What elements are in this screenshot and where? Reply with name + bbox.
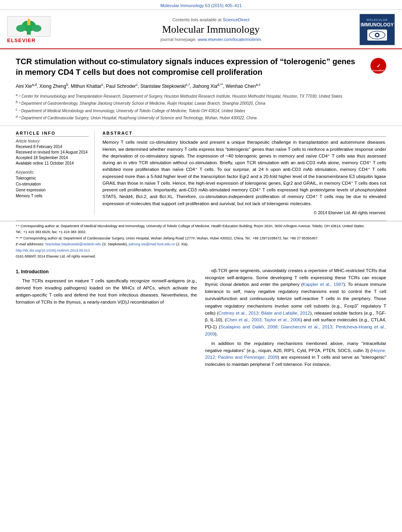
crossmark-icon: ✓ CrossMark <box>370 58 386 74</box>
sciencedirect-link[interactable]: ScienceDirect <box>223 17 249 22</box>
page-wrapper: Molecular Immunology 63 (2015) 405–411 E… <box>0 0 402 371</box>
article-info: ARTICLE INFO Article history: Received 8… <box>16 131 95 215</box>
copyright-line: © 2014 Elsevier Ltd. All rights reserved… <box>102 210 386 215</box>
intro-paragraph-left: The TCRs expressed on mature T cells spe… <box>16 278 197 306</box>
keywords-block: Keywords: Tolerogenic Co-stimulation Gen… <box>16 170 89 199</box>
authors-line: Aini Xiea,d, Xiong Zhengb, Mithun Khatta… <box>16 82 357 90</box>
affiliation-b: b ᵇ Department of Gastroenterology, Shan… <box>16 100 357 106</box>
ref-scalapino[interactable]: Scalapino and Daikh, 2008; Gianchecchi e… <box>205 324 386 336</box>
affiliation-d: d ᵈ Department of Cardiovascular Surgery… <box>16 115 357 121</box>
article-title: TCR stimulation without co-stimulatory s… <box>16 56 357 78</box>
keywords-label: Keywords: <box>16 170 89 174</box>
svg-text:✓: ✓ <box>376 63 381 69</box>
received-revised-date: Received in revised form 14 August 2014 <box>16 150 89 155</box>
intro-heading: 1. Introduction <box>16 268 197 276</box>
footnote-email: E-mail addresses: Stanislaw.Stepkowski@u… <box>16 242 386 247</box>
footnote-doi: http://dx.doi.org/10.1016/j.molimm.2014.… <box>16 248 386 254</box>
svg-text:CrossMark: CrossMark <box>372 69 385 72</box>
article-info-heading: ARTICLE INFO <box>16 131 89 137</box>
footnote-tel1: Tel.: +1 419 383 6626; fax: +1 419 383 3… <box>16 230 386 235</box>
intro-paragraph-right-1: αβ-TCR gene segments, unavoidably create… <box>205 267 386 338</box>
received-date: Received 8 February 2014 <box>16 144 89 150</box>
abstract-text: Memory T cells resist co-stimulatory blo… <box>102 139 386 207</box>
article-history: Article history: Received 8 February 201… <box>16 139 89 166</box>
elsevier-tree-svg <box>9 17 48 35</box>
body-col-right: αβ-TCR gene segments, unavoidably create… <box>205 267 386 371</box>
homepage-url[interactable]: www.elsevier.com/locate/molimm <box>197 37 261 42</box>
abstract-heading: ABSTRACT <box>102 131 386 137</box>
header-band: ELSEVIER Contents lists available at Sci… <box>0 10 402 49</box>
accepted-date: Accepted 18 September 2014 <box>16 155 89 161</box>
available-date: Available online 11 October 2014 <box>16 161 89 166</box>
top-bar: Molecular Immunology 63 (2015) 405–411 <box>0 0 402 10</box>
homepage-line: journal homepage: www.elsevier.com/locat… <box>66 37 355 42</box>
ref-chen[interactable]: Chen et al., 2003; Taylor et al., 2006 <box>226 317 300 322</box>
footnote-star2: ** ** Corresponding author at; Departmen… <box>16 236 386 241</box>
doi-link[interactable]: http://dx.doi.org/10.1016/j.molimm.2014.… <box>16 248 90 252</box>
affiliations: a ᵃ Center for Immunobiology and Transpl… <box>16 93 357 121</box>
two-col-section: ARTICLE INFO Article history: Received 8… <box>0 126 402 215</box>
ref-cretney[interactable]: Cretney et al., 2013; Bilate and Lafaill… <box>218 311 310 315</box>
abstract-col: ABSTRACT Memory T cells resist co-stimul… <box>102 131 386 215</box>
article-header: TCR stimulation without co-stimulatory s… <box>0 49 402 126</box>
footnote-issn: 0161-5890/© 2014 Elsevier Ltd. All right… <box>16 254 386 260</box>
footnote-star1: * * Corresponding author at; Department … <box>16 224 386 229</box>
elsevier-logo-art <box>7 16 50 37</box>
affiliation-c: c ᶜ Department of Medical Microbiology a… <box>16 108 357 114</box>
journal-reference: Molecular Immunology 63 (2015) 405–411 <box>160 3 242 8</box>
keyword-1: Tolerogenic <box>16 175 89 181</box>
header-center: Contents lists available at ScienceDirec… <box>62 17 359 42</box>
footnotes: * * Corresponding author at; Department … <box>0 221 402 262</box>
svg-point-2 <box>16 25 26 32</box>
logo-main-text: IMMUNOLOGY <box>361 22 394 28</box>
email2-link[interactable]: jiahong.xia@mail.hust.edu.cn <box>129 242 175 246</box>
svg-marker-6 <box>28 18 30 20</box>
article-title-block: TCR stimulation without co-stimulatory s… <box>16 56 365 122</box>
crossmark-box: ✓ CrossMark <box>365 56 386 74</box>
svg-point-3 <box>32 25 41 32</box>
email1-link[interactable]: Stanislaw.Stepkowski@utoledo.edu <box>45 242 101 246</box>
keyword-2: Co-stimulation <box>16 181 89 187</box>
elsevier-label: ELSEVIER <box>7 37 35 43</box>
ref-hoyne[interactable]: Hoyne, 2012; Paolino and Penninger, 2009 <box>205 348 386 360</box>
contents-line: Contents lists available at ScienceDirec… <box>66 17 355 22</box>
journal-title: Molecular Immunology <box>66 24 355 35</box>
body-columns: 1. Introduction The TCRs expressed on ma… <box>0 262 402 371</box>
keyword-4: Memory T cells <box>16 193 89 199</box>
elsevier-logo: ELSEVIER <box>7 16 62 43</box>
journal-logo-emblem <box>368 30 386 40</box>
logo-top-text: MOLECULAR <box>367 19 388 21</box>
affiliation-a: a ᵃ Center for Immunobiology and Transpl… <box>16 93 357 99</box>
history-label: Article history: <box>16 139 89 143</box>
ref-kappler[interactable]: Kappler et al., 1987 <box>303 282 344 287</box>
crossmark-svg: ✓ CrossMark <box>371 58 386 73</box>
keyword-3: Gene expression <box>16 187 89 193</box>
journal-logo-box: MOLECULAR IMMUNOLOGY <box>359 14 395 45</box>
body-col-left: 1. Introduction The TCRs expressed on ma… <box>16 267 197 371</box>
svg-point-9 <box>376 34 378 36</box>
intro-paragraph-right-2: In addition to the regulatory mechanisms… <box>205 340 386 368</box>
